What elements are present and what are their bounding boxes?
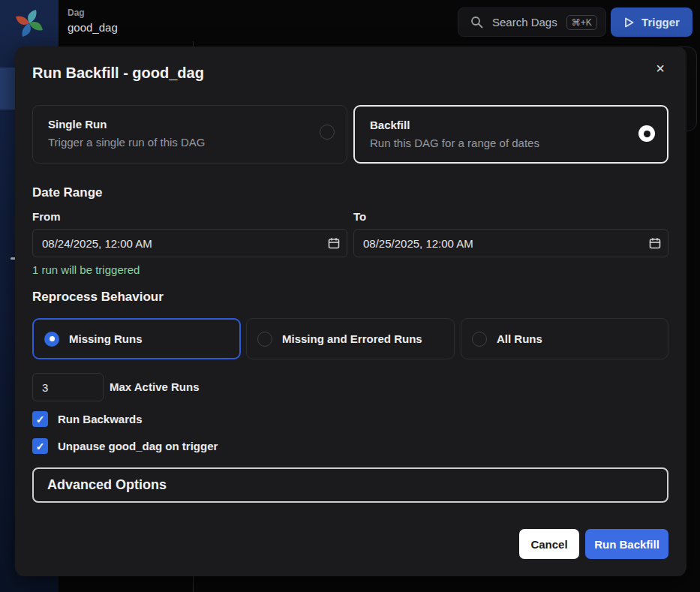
radio-selected-icon[interactable] [638,125,655,142]
checkbox-label: Unpause good_dag on trigger [58,440,218,452]
max-active-runs-input[interactable] [32,373,104,401]
search-icon [470,16,483,29]
reprocess-behaviour-heading: Reprocess Behaviour [32,290,164,305]
dialog-title: Run Backfill - good_dag [32,65,204,82]
page-title: good_dag [68,21,118,34]
reprocess-option-all-runs[interactable]: All Runs [461,318,668,359]
calendar-icon[interactable] [649,237,661,249]
radio-unselected-icon[interactable] [257,332,272,347]
runs-count-message: 1 run will be triggered [32,263,140,276]
run-type-title: Backfill [370,119,652,131]
run-backfill-button[interactable]: Run Backfill [585,529,668,559]
cancel-button[interactable]: Cancel [519,529,579,559]
run-type-title: Single Run [48,118,332,131]
to-datetime-input[interactable] [353,229,668,257]
from-datetime-input[interactable] [32,229,347,257]
radio-selected-icon[interactable] [44,332,59,347]
search-placeholder: Search Dags [492,16,557,29]
run-backfill-dialog: Run Backfill - good_dag × Single Run Tri… [15,47,686,576]
advanced-options-toggle[interactable]: Advanced Options [32,467,668,503]
from-label: From [32,210,61,223]
airflow-logo-icon[interactable] [13,7,46,40]
trigger-button-label: Trigger [641,16,680,29]
run-type-card-backfill[interactable]: Backfill Run this DAG for a range of dat… [353,105,668,164]
search-shortcut-badge: ⌘+K [566,15,597,30]
breadcrumb: Dag [68,8,85,18]
page: Dag good_dag Search Dags ⌘+K Trigger Run… [0,0,700,592]
reprocess-option-missing-and-errored-runs[interactable]: Missing and Errored Runs [246,318,455,359]
search-input[interactable]: Search Dags ⌘+K [458,8,606,37]
close-icon[interactable]: × [649,57,671,80]
run-type-description: Trigger a single run of this DAG [48,136,332,149]
calendar-icon[interactable] [328,237,340,249]
trigger-button[interactable]: Trigger [611,8,692,37]
run-type-card-single-run[interactable]: Single Run Trigger a single run of this … [32,105,347,164]
unpause-on-trigger-checkbox-row[interactable]: ✓ Unpause good_dag on trigger [32,438,218,454]
date-range-heading: Date Range [32,185,103,200]
reprocess-option-label: Missing and Errored Runs [282,332,422,345]
play-icon [623,17,635,29]
run-type-description: Run this DAG for a range of dates [370,137,652,149]
advanced-options-label: Advanced Options [47,477,167,493]
max-active-runs-label: Max Active Runs [110,380,199,393]
checkbox-label: Run Backwards [58,413,143,425]
run-backwards-checkbox-row[interactable]: ✓ Run Backwards [32,411,143,427]
to-label: To [353,210,366,223]
radio-unselected-icon[interactable] [472,332,487,347]
radio-unselected-icon[interactable] [320,125,335,140]
checkbox-checked-icon[interactable]: ✓ [32,411,48,427]
checkbox-checked-icon[interactable]: ✓ [32,438,48,454]
reprocess-option-missing-runs[interactable]: Missing Runs [32,318,241,359]
reprocess-option-label: All Runs [497,332,542,345]
reprocess-option-label: Missing Runs [69,332,143,345]
